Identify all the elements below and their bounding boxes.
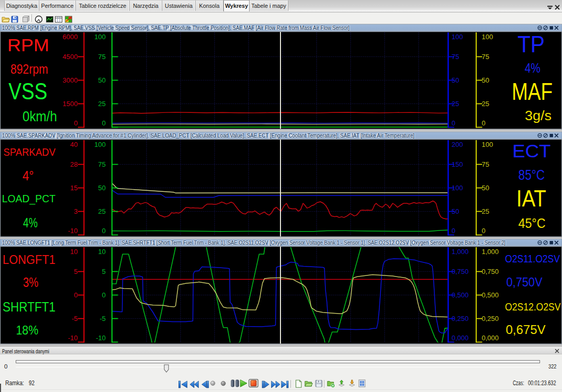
svg-text:1500: 1500 [63, 100, 78, 108]
svg-text:75: 75 [452, 53, 459, 61]
svg-text:0,250: 0,250 [452, 315, 469, 322]
svg-text:200: 200 [452, 140, 463, 148]
svg-text:85°C: 85°C [519, 167, 545, 183]
svg-text:50: 50 [452, 207, 459, 215]
svg-text:10: 10 [98, 248, 106, 256]
svg-text:3: 3 [74, 207, 77, 215]
svg-text:00:01:23.632: 00:01:23.632 [528, 379, 556, 387]
svg-text:25: 25 [98, 207, 106, 215]
svg-text:92: 92 [29, 379, 35, 387]
svg-text:0: 0 [102, 291, 106, 299]
svg-text:4%: 4% [23, 214, 38, 230]
svg-text:TP: TP [518, 31, 545, 57]
svg-text:3000: 3000 [63, 76, 78, 84]
svg-text:40: 40 [70, 140, 77, 148]
svg-text:0km/h: 0km/h [23, 108, 57, 124]
svg-text:Czas:: Czas: [513, 379, 524, 387]
svg-text:100: 100 [482, 140, 493, 148]
svg-text:0: 0 [102, 119, 106, 127]
svg-text:-10: -10 [68, 226, 78, 234]
svg-text:4500: 4500 [63, 53, 78, 61]
svg-text:-5: -5 [72, 315, 78, 322]
svg-text:50: 50 [482, 184, 489, 192]
svg-text:5: 5 [74, 268, 77, 275]
svg-text:LONGFT1: LONGFT1 [3, 252, 55, 267]
svg-text:0: 0 [102, 226, 106, 234]
svg-text:Ramka:: Ramka: [5, 379, 24, 387]
svg-text:SPARKADV: SPARKADV [3, 146, 55, 157]
svg-text:3g/s: 3g/s [525, 108, 552, 123]
svg-text:0,675V: 0,675V [506, 322, 546, 337]
svg-text:0: 0 [4, 363, 7, 370]
svg-text:SHRTFT1: SHRTFT1 [3, 299, 55, 315]
svg-text:0,250: 0,250 [482, 315, 499, 322]
svg-text:4°: 4° [23, 167, 34, 183]
svg-text:0,750: 0,750 [482, 268, 499, 275]
svg-text:6000: 6000 [63, 33, 78, 41]
svg-text:0: 0 [452, 226, 455, 234]
svg-text:0,000: 0,000 [482, 334, 499, 342]
svg-text:0: 0 [74, 119, 77, 127]
svg-text:0,750: 0,750 [452, 268, 469, 275]
svg-text:100% SAE.RPM [Engine RPM], SAE: 100% SAE.RPM [Engine RPM], SAE.VSS [Vehi… [2, 25, 350, 31]
svg-text:1,000: 1,000 [482, 248, 499, 256]
svg-text:50: 50 [452, 76, 459, 84]
svg-text:0: 0 [452, 119, 455, 127]
svg-text:100: 100 [94, 140, 106, 148]
svg-text:45°C: 45°C [519, 215, 546, 230]
svg-text:0,500: 0,500 [482, 291, 499, 299]
svg-text:25: 25 [482, 100, 489, 108]
svg-text:50: 50 [98, 76, 106, 84]
svg-text:28: 28 [70, 160, 77, 168]
svg-text:-10: -10 [68, 334, 78, 342]
svg-text:0,000: 0,000 [452, 334, 469, 342]
svg-text:75: 75 [98, 160, 106, 168]
svg-text:100% SAE.LONGFT1 [Long Term Fu: 100% SAE.LONGFT1 [Long Term Fuel Trim - … [2, 239, 505, 246]
svg-text:0: 0 [482, 226, 486, 234]
svg-text:4%: 4% [525, 60, 541, 76]
svg-text:IAT: IAT [516, 186, 546, 211]
svg-text:892rpm: 892rpm [10, 61, 48, 77]
svg-text:0,750V: 0,750V [507, 275, 543, 289]
svg-text:-10: -10 [96, 334, 106, 342]
svg-text:0: 0 [74, 291, 77, 299]
svg-text:0: 0 [482, 119, 486, 127]
svg-text:100: 100 [452, 184, 463, 192]
svg-text:O2S12.O2SV: O2S12.O2SV [505, 301, 561, 313]
svg-text:75: 75 [482, 53, 489, 61]
svg-text:3%: 3% [23, 274, 39, 290]
svg-text:MAF: MAF [512, 77, 553, 105]
svg-text:75: 75 [482, 160, 489, 168]
svg-text:50: 50 [482, 76, 489, 84]
svg-text:100: 100 [94, 33, 106, 41]
svg-text:RPM: RPM [7, 36, 49, 55]
svg-text:150: 150 [452, 160, 463, 168]
svg-text:25: 25 [98, 100, 106, 108]
svg-text:LOAD_PCT: LOAD_PCT [2, 193, 55, 205]
svg-text:O2S11.O2SV: O2S11.O2SV [505, 252, 560, 264]
svg-text:ECT: ECT [512, 141, 551, 161]
svg-text:VSS: VSS [8, 78, 47, 105]
svg-text:Panel sterowania danymi: Panel sterowania danymi [2, 348, 49, 354]
svg-text:18%: 18% [16, 323, 38, 337]
svg-text:322: 322 [548, 363, 557, 370]
svg-text:-5: -5 [99, 315, 106, 322]
svg-text:0,500: 0,500 [452, 291, 469, 299]
svg-text:5: 5 [102, 268, 106, 275]
svg-text:10: 10 [70, 248, 77, 256]
svg-text:100% SAE.SPARKADV [Ignition Ti: 100% SAE.SPARKADV [Ignition Timing Advan… [2, 132, 414, 139]
svg-text:25: 25 [482, 207, 489, 215]
svg-text:100: 100 [482, 33, 493, 41]
svg-text:75: 75 [98, 53, 106, 61]
svg-text:1,000: 1,000 [452, 248, 469, 256]
svg-text:15: 15 [70, 184, 77, 192]
svg-text:25: 25 [452, 100, 459, 108]
svg-text:100: 100 [452, 33, 463, 41]
svg-text:50: 50 [98, 184, 106, 192]
